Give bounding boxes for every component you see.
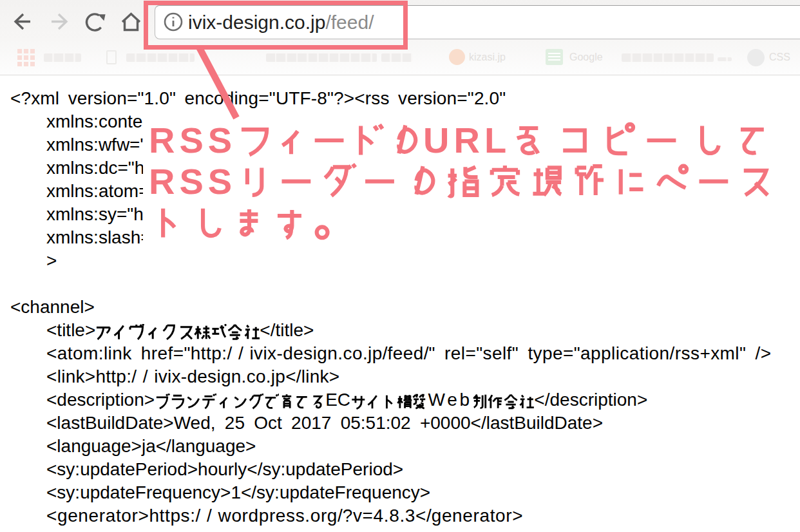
svg-text:RSS: RSS — [149, 120, 236, 160]
svg-text:RSS: RSS — [149, 161, 236, 202]
svg-text:URL: URL — [423, 120, 511, 160]
